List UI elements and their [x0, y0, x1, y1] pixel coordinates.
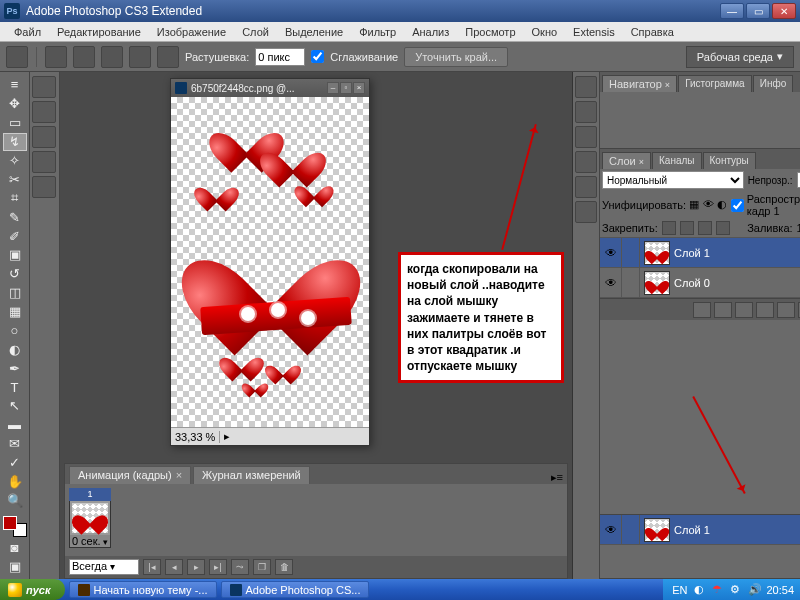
eyedropper-tool[interactable]: ✓ [3, 454, 27, 472]
visibility-toggle-icon[interactable]: 👁 [600, 238, 622, 267]
menu-help[interactable]: Справка [623, 24, 682, 40]
close-button[interactable]: ✕ [772, 3, 796, 19]
slice-tool[interactable]: ⌗ [3, 189, 27, 207]
ps-toggle-icon[interactable]: ≡ [3, 76, 27, 94]
link-layers-button[interactable] [693, 302, 711, 318]
path-tool[interactable]: ↖ [3, 397, 27, 415]
refine-edge-button[interactable]: Уточнить край... [404, 47, 508, 67]
collapsed-panel-icon[interactable] [32, 151, 56, 173]
lasso-tool[interactable]: ↯ [3, 133, 27, 151]
menu-view[interactable]: Просмотр [457, 24, 523, 40]
quickmask-tool[interactable]: ◙ [3, 538, 27, 556]
doc-close-button[interactable]: × [353, 82, 365, 94]
selection-mode-intersect-icon[interactable] [157, 46, 179, 68]
antialias-checkbox[interactable] [311, 50, 324, 63]
document-canvas[interactable] [171, 97, 369, 427]
first-frame-button[interactable]: |◂ [143, 559, 161, 575]
menu-file[interactable]: Файл [6, 24, 49, 40]
collapsed-panel-icon[interactable] [575, 176, 597, 198]
frame-delay[interactable]: 0 сек. ▾ [70, 535, 110, 547]
layer-name[interactable]: Слой 1 [674, 524, 710, 536]
zoom-level[interactable]: 33,33 % [175, 431, 220, 443]
menu-extensis[interactable]: Extensis [565, 24, 623, 40]
unify-visibility-icon[interactable]: 👁 [703, 198, 714, 212]
layer-row[interactable]: 👁 Слой 1 [600, 238, 800, 268]
unify-position-icon[interactable]: ▦ [689, 198, 700, 212]
tray-icon[interactable]: ⚙ [730, 583, 744, 597]
screenmode-tool[interactable]: ▣ [3, 557, 27, 575]
brush-tool[interactable]: ✐ [3, 227, 27, 245]
animation-frame[interactable]: 1 0 сек. ▾ [69, 488, 111, 548]
document-window[interactable]: 6b750f2448cc.png @... – ▫ × [170, 78, 370, 446]
healing-tool[interactable]: ✎ [3, 208, 27, 226]
color-swatches[interactable] [3, 516, 27, 537]
new-frame-button[interactable]: ❐ [253, 559, 271, 575]
menu-analysis[interactable]: Анализ [404, 24, 457, 40]
collapsed-panel-icon[interactable] [32, 126, 56, 148]
language-indicator[interactable]: EN [669, 584, 690, 596]
next-frame-button[interactable]: ▸| [209, 559, 227, 575]
clock[interactable]: 20:54 [766, 584, 794, 596]
lock-pixels-icon[interactable] [680, 221, 694, 235]
taskbar-item[interactable]: Adobe Photoshop CS... [221, 581, 370, 598]
menu-window[interactable]: Окно [524, 24, 566, 40]
feather-input[interactable] [255, 48, 305, 66]
tween-button[interactable]: ⤳ [231, 559, 249, 575]
layer-mask-button[interactable] [735, 302, 753, 318]
blur-tool[interactable]: ○ [3, 322, 27, 340]
visibility-toggle-icon[interactable]: 👁 [600, 515, 622, 544]
layer-thumbnail[interactable] [644, 518, 670, 542]
maximize-button[interactable]: ▭ [746, 3, 770, 19]
gradient-tool[interactable]: ▦ [3, 303, 27, 321]
unify-style-icon[interactable]: ◐ [717, 198, 728, 212]
layer-row[interactable]: 👁 Слой 0 [600, 268, 800, 298]
zoom-tool[interactable]: 🔍 [3, 491, 27, 509]
collapsed-panel-icon[interactable] [32, 76, 56, 98]
tray-icon[interactable]: ◐ [694, 583, 708, 597]
layer-thumbnail[interactable] [644, 271, 670, 295]
tray-volume-icon[interactable]: 🔊 [748, 583, 762, 597]
workspace-dropdown[interactable]: Рабочая среда ▾ [686, 46, 794, 68]
move-tool[interactable]: ✥ [3, 95, 27, 113]
collapsed-panel-icon[interactable] [575, 101, 597, 123]
fill-input[interactable]: 100% [797, 222, 800, 234]
opacity-input[interactable]: 100% [797, 172, 800, 188]
menu-image[interactable]: Изображение [149, 24, 234, 40]
panel-menu-icon[interactable]: ▸≡ [551, 471, 563, 484]
layer-thumbnail[interactable] [644, 241, 670, 265]
tab-navigator[interactable]: Навигатор× [602, 75, 677, 92]
layer-name[interactable]: Слой 1 [674, 247, 710, 259]
layer-link-cell[interactable] [622, 268, 640, 297]
collapsed-panel-icon[interactable] [575, 201, 597, 223]
tab-channels[interactable]: Каналы [652, 152, 702, 169]
document-titlebar[interactable]: 6b750f2448cc.png @... – ▫ × [171, 79, 369, 97]
propagate-checkbox[interactable] [731, 199, 744, 212]
play-button[interactable]: ▸ [187, 559, 205, 575]
tab-measurement-log[interactable]: Журнал измерений [193, 466, 310, 484]
stamp-tool[interactable]: ▣ [3, 246, 27, 264]
ps-logo-icon[interactable] [6, 46, 28, 68]
layer-group-button[interactable] [777, 302, 795, 318]
doc-maximize-button[interactable]: ▫ [340, 82, 352, 94]
collapsed-panel-icon[interactable] [575, 151, 597, 173]
menu-filter[interactable]: Фильтр [351, 24, 404, 40]
lock-all-icon[interactable] [716, 221, 730, 235]
marquee-tool[interactable]: ▭ [3, 114, 27, 132]
loop-dropdown[interactable]: Всегда ▾ [69, 559, 139, 575]
crop-tool[interactable]: ✂ [3, 170, 27, 188]
tab-layers[interactable]: Слои× [602, 152, 651, 169]
tab-animation[interactable]: Анимация (кадры)× [69, 466, 191, 484]
prev-frame-button[interactable]: ◂ [165, 559, 183, 575]
eraser-tool[interactable]: ◫ [3, 284, 27, 302]
tab-paths[interactable]: Контуры [703, 152, 756, 169]
layer-row[interactable]: 👁 Слой 1 [600, 515, 800, 545]
layer-link-cell[interactable] [622, 515, 640, 544]
notes-tool[interactable]: ✉ [3, 435, 27, 453]
selection-mode-new-icon[interactable] [73, 46, 95, 68]
tray-icon[interactable]: ☂ [712, 583, 726, 597]
tab-histogram[interactable]: Гистограмма [678, 75, 752, 92]
lock-transparency-icon[interactable] [662, 221, 676, 235]
layer-style-button[interactable] [714, 302, 732, 318]
minimize-button[interactable]: — [720, 3, 744, 19]
blend-mode-dropdown[interactable]: Нормальный [602, 171, 744, 189]
